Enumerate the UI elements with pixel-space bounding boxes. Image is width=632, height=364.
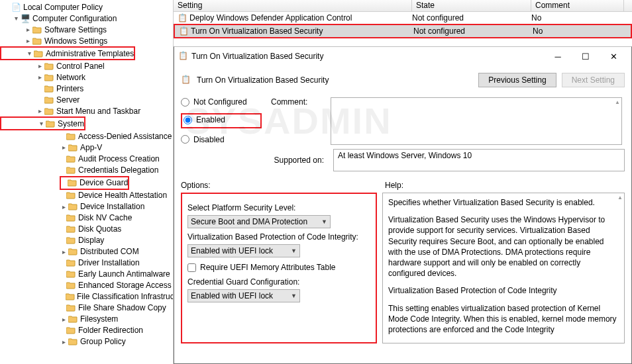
radio-not-configured[interactable]: Not Configured [181, 97, 262, 107]
tree-driver-install[interactable]: Driver Installation [0, 257, 173, 269]
folder-icon [44, 73, 54, 82]
platform-label: Select Platform Security Level: [187, 203, 370, 212]
list-header: Setting State Comment [174, 0, 632, 12]
tree-audit[interactable]: Audit Process Creation [0, 153, 173, 164]
window-icon: 📋 [178, 51, 189, 62]
tree-group-policy[interactable]: ▸Group Policy [0, 336, 173, 347]
tree-admin-templates[interactable]: ▾ Administrative Templates [1, 48, 134, 59]
titlebar[interactable]: 📋 Turn On Virtualization Based Security … [174, 47, 631, 66]
uefi-checkbox[interactable] [187, 263, 196, 272]
close-button[interactable]: ✕ [600, 48, 627, 65]
folder-icon [66, 326, 76, 335]
vbpci-label: Virtualization Based Protection of Code … [187, 232, 370, 242]
dialog-heading: Turn On Virtualization Based Security [197, 75, 473, 85]
radio-disabled[interactable]: Disabled [181, 135, 262, 144]
supported-box: At least Windows Server, Windows 10 [333, 149, 625, 171]
col-header-setting[interactable]: Setting [174, 0, 412, 11]
tree-root[interactable]: 📄 Local Computer Policy [0, 1, 173, 13]
tree-label: Computer Configuration [32, 14, 117, 23]
setting-icon: 📋 [179, 26, 188, 36]
tree-windows-settings[interactable]: ▸ Windows Settings [0, 35, 173, 46]
tree-label: Disk NV Cache [78, 213, 132, 222]
folder-icon [66, 258, 76, 267]
tree-label: Device Installation [80, 202, 144, 211]
chevron-right-icon: ▸ [60, 144, 68, 151]
tree-disk-quotas[interactable]: Disk Quotas [0, 224, 173, 235]
tree-label: Driver Installation [78, 258, 140, 267]
tree-label: Device Guard [79, 178, 128, 187]
tree-label: Windows Settings [44, 36, 107, 46]
folder-icon [68, 314, 78, 324]
tree-filesystem[interactable]: ▸Filesystem [0, 314, 173, 325]
list-row-selected[interactable]: 📋Turn On Virtualization Based Security N… [175, 25, 631, 37]
help-text: Specifies whether Virtualization Based S… [388, 197, 619, 208]
tree-label: Filesystem [80, 314, 118, 324]
tree-start-menu[interactable]: ▸Start Menu and Taskbar [0, 105, 173, 116]
tree-label: Distributed COM [80, 247, 139, 256]
folder-icon [44, 107, 54, 116]
tree-software-settings[interactable]: ▸ Software Settings [0, 24, 173, 35]
setting-icon: 📋 [178, 13, 187, 23]
tree-elam[interactable]: Early Launch Antimalware [0, 269, 173, 280]
vbpci-select[interactable]: Enabled with UEFI lock▼ [187, 244, 300, 257]
col-header-state[interactable]: State [412, 0, 531, 11]
radio-label: Not Configured [193, 97, 247, 107]
folder-icon [44, 84, 54, 93]
tree-folder-redir[interactable]: Folder Redirection [0, 325, 173, 336]
list-row[interactable]: 📋Deploy Windows Defender Application Con… [174, 12, 632, 24]
folder-icon [67, 178, 78, 187]
comment-label: Comment: [271, 97, 324, 145]
tree-network[interactable]: ▸Network [0, 71, 173, 83]
chevron-right-icon: ▸ [60, 338, 68, 345]
col-header-comment[interactable]: Comment [531, 0, 624, 11]
tree-device-install[interactable]: ▸Device Installation [0, 201, 173, 212]
comment-textarea[interactable] [331, 97, 622, 145]
chevron-down-icon: ▾ [25, 50, 33, 57]
chevron-down-icon: ▼ [291, 293, 297, 299]
tree-enh-storage[interactable]: Enhanced Storage Access [0, 280, 173, 291]
supported-value: At least Windows Server, Windows 10 [338, 151, 472, 160]
minimize-button[interactable]: ─ [544, 48, 572, 65]
platform-select[interactable]: Secure Boot and DMA Protection▼ [187, 215, 331, 228]
folder-icon [44, 95, 54, 105]
folder-icon [66, 154, 76, 163]
credguard-select[interactable]: Enabled with UEFI lock▼ [187, 289, 300, 302]
tree-label: Software Settings [44, 25, 107, 34]
setting-name: Deploy Windows Defender Application Cont… [189, 13, 352, 23]
folder-icon [44, 62, 54, 71]
options-panel: Select Platform Security Level: Secure B… [181, 193, 377, 343]
tree-access-denied[interactable]: Access-Denied Assistance [0, 130, 173, 142]
chevron-right-icon: ▸ [36, 62, 44, 69]
tree-device-guard[interactable]: Device Guard [61, 177, 128, 189]
maximize-button[interactable]: ☐ [572, 48, 600, 65]
next-setting-button[interactable]: Next Setting [562, 73, 625, 87]
setting-comment: No [533, 26, 625, 36]
folder-icon [68, 247, 78, 256]
chevron-down-icon: ▾ [37, 120, 45, 127]
credguard-label: Credential Guard Configuration: [187, 277, 370, 287]
chevron-right-icon: ▸ [36, 107, 44, 114]
tree-appv[interactable]: ▸App-V [0, 142, 173, 153]
setting-state: Not configured [412, 13, 531, 23]
tree-file-class[interactable]: File Classification Infrastructure [0, 291, 173, 302]
tree-label: Display [78, 236, 104, 245]
tree-dcom[interactable]: ▸Distributed COM [0, 246, 173, 257]
tree-label: Group Policy [80, 337, 126, 346]
tree-file-share[interactable]: File Share Shadow Copy [0, 302, 173, 314]
tree-system[interactable]: ▾System [1, 118, 84, 129]
policy-dialog: 📋 Turn On Virtualization Based Security … [174, 46, 632, 364]
tree-control-panel[interactable]: ▸Control Panel [0, 60, 173, 71]
tree-cred-delegation[interactable]: Credentials Delegation [0, 164, 173, 175]
radio-enabled[interactable]: Enabled [184, 115, 225, 124]
tree-label: Control Panel [56, 62, 105, 71]
tree-display[interactable]: Display [0, 235, 173, 246]
tree-server[interactable]: Server [0, 94, 173, 105]
previous-setting-button[interactable]: Previous Setting [478, 73, 556, 87]
tree-printers[interactable]: Printers [0, 83, 173, 94]
tree-device-health[interactable]: Device Health Attestation [0, 190, 173, 201]
tree-disk-nv[interactable]: Disk NV Cache [0, 212, 173, 224]
tree-label: Access-Denied Assistance [78, 132, 172, 141]
folder-icon [32, 36, 42, 46]
uefi-checkbox-row[interactable]: Require UEFI Memory Attributes Table [187, 263, 370, 272]
tree-computer-config[interactable]: ▾ 🖥️ Computer Configuration [0, 13, 173, 24]
